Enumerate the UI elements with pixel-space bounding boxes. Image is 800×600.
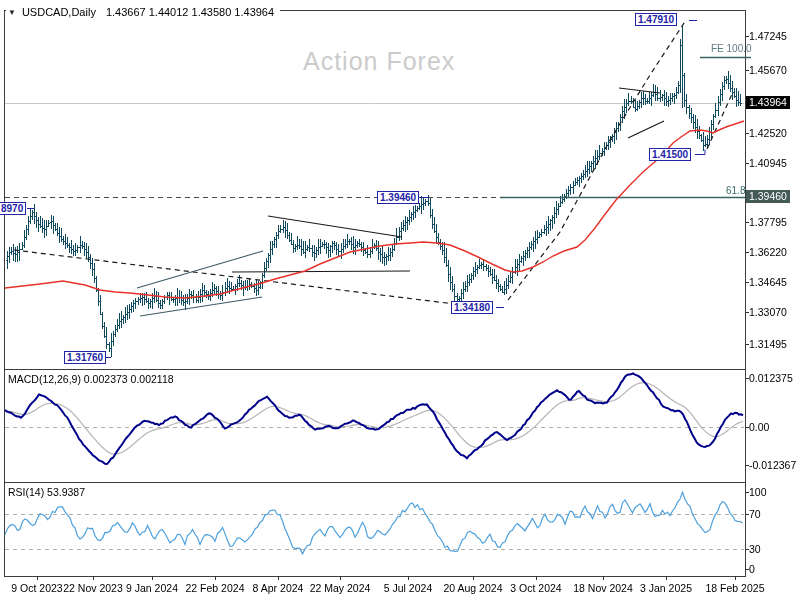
rsi-axis-label: 30 <box>749 543 761 555</box>
price-level-label-box[interactable]: 1.41500 <box>649 148 691 161</box>
price-axis-label: 1.31495 <box>749 338 787 350</box>
price-axis-badge: 1.39460 <box>746 190 790 203</box>
price-axis-label: 1.42520 <box>749 127 787 139</box>
price-axis-label: 1.45670 <box>749 64 787 76</box>
rsi-indicator-header: RSI(14) 53.9387 <box>8 486 85 498</box>
date-axis-label: 18 Feb 2025 <box>706 582 765 594</box>
date-axis-label: 9 Oct 2023 <box>11 582 62 594</box>
price-level-label-box[interactable]: 1.39460 <box>377 191 419 204</box>
price-level-label-box[interactable]: 1.34180 <box>451 301 493 314</box>
chart-title-bar: ▼USDCAD,Daily1.43667 1.44012 1.43580 1.4… <box>6 5 280 19</box>
symbol-timeframe-label: USDCAD,Daily <box>22 6 96 18</box>
price-axis-label: 1.40945 <box>749 157 787 169</box>
date-axis-label: 3 Oct 2024 <box>510 582 561 594</box>
price-level-label-box[interactable]: 8970 <box>0 202 26 215</box>
price-axis-label: 1.36220 <box>749 246 787 258</box>
symbol-dropdown-icon[interactable]: ▼ <box>8 8 16 17</box>
macd-indicator-header: MACD(12,26,9) 0.002373 0.002118 <box>8 373 174 385</box>
fib-extension-label[interactable]: FE 100.0 <box>711 43 752 54</box>
date-axis-label: 22 Nov 2023 <box>63 582 123 594</box>
date-axis-label: 9 Jan 2024 <box>126 582 178 594</box>
date-axis-label: 20 Aug 2024 <box>444 582 503 594</box>
macd-axis-label: 0.00 <box>749 421 769 433</box>
macd-axis-label: -0.012367 <box>749 459 796 471</box>
price-axis-label: 1.37795 <box>749 216 787 228</box>
rsi-axis-label: 100 <box>749 486 767 498</box>
date-axis-label: 3 Jan 2025 <box>640 582 692 594</box>
chart-overlay: ▼USDCAD,Daily1.43667 1.44012 1.43580 1.4… <box>0 0 800 600</box>
price-level-label-box[interactable]: 1.47910 <box>635 13 677 26</box>
date-axis-label: 5 Jul 2024 <box>384 582 432 594</box>
price-axis-label: 1.33070 <box>749 306 787 318</box>
ohlc-quote-label: 1.43667 1.44012 1.43580 1.43964 <box>106 6 274 18</box>
retracement-61-8-label: 61.8 <box>726 185 745 196</box>
date-axis-label: 8 Apr 2024 <box>253 582 304 594</box>
date-axis-label: 22 Feb 2024 <box>186 582 245 594</box>
rsi-axis-label: 70 <box>749 508 761 520</box>
price-axis-badge: 1.43964 <box>746 96 790 109</box>
price-axis-label: 1.47245 <box>749 30 787 42</box>
rsi-axis-label: 0 <box>749 563 755 575</box>
date-axis-label: 22 May 2024 <box>310 582 371 594</box>
date-axis-label: 18 Nov 2024 <box>573 582 633 594</box>
price-level-label-box[interactable]: 1.31760 <box>64 351 106 364</box>
price-axis-label: 1.34645 <box>749 276 787 288</box>
chart-window: Action Forex ▼USDCAD,Daily1.43667 1.4401… <box>0 0 800 600</box>
macd-axis-label: 0.012375 <box>749 372 793 384</box>
